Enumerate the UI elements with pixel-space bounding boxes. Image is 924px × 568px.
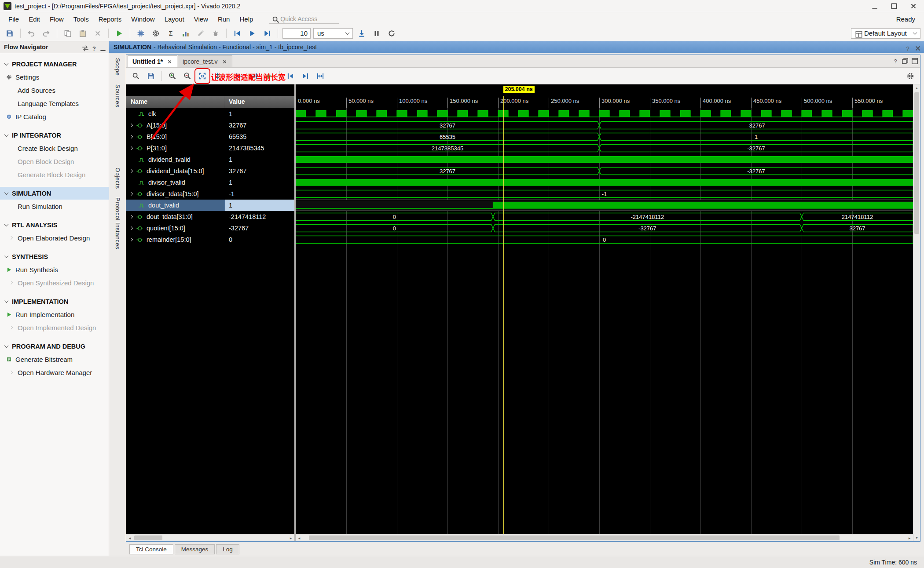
debug-button[interactable] xyxy=(209,27,222,40)
nav-item-open-implemented-design[interactable]: Open Implemented Design xyxy=(0,321,109,334)
scroll-right-button[interactable] xyxy=(906,535,913,542)
wave-vscrollbar[interactable] xyxy=(913,84,920,541)
wave-row-p-31-0[interactable]: 2147385345-32767 xyxy=(296,142,913,154)
zoom-in-button[interactable] xyxy=(166,70,179,82)
menu-view[interactable]: View xyxy=(189,14,213,25)
wave-settings-button[interactable] xyxy=(904,70,917,82)
scroll-up-button[interactable] xyxy=(913,84,920,91)
help-button[interactable]: ? xyxy=(90,44,96,50)
menu-layout[interactable]: Layout xyxy=(160,14,189,25)
nav-item-settings[interactable]: Settings xyxy=(0,70,109,84)
close-icon[interactable] xyxy=(222,59,227,65)
signal-name-cell[interactable]: dout_tvalid xyxy=(126,200,225,211)
run-green-button[interactable] xyxy=(113,27,125,40)
nav-item-open-elaborated-design[interactable]: Open Elaborated Design xyxy=(0,231,109,244)
nav-item-run-implementation[interactable]: Run Implementation xyxy=(0,308,109,321)
signal-row-divisor-tvalid[interactable]: divisor_tvalid1 xyxy=(126,177,294,188)
zoom-fit-button[interactable] xyxy=(196,70,209,82)
nav-section-header-implementation[interactable]: IMPLEMENTATION xyxy=(0,295,109,308)
nav-item-add-sources[interactable]: Add Sources xyxy=(0,84,109,97)
signal-row-dout-tvalid[interactable]: dout_tvalid1 xyxy=(126,200,294,211)
signal-name-cell[interactable]: divisor_tdata[15:0] xyxy=(126,188,225,200)
restart-button[interactable] xyxy=(231,27,243,40)
signal-row-quotient-15-0[interactable]: quotient[15:0]-32767 xyxy=(126,222,294,234)
scroll-left-button[interactable] xyxy=(126,535,133,542)
quick-access-input[interactable]: Quick Access xyxy=(269,15,339,24)
signal-row-b-15-0[interactable]: B[15:0]65535 xyxy=(126,131,294,142)
wave-row-clk[interactable] xyxy=(296,108,913,120)
redo-button[interactable] xyxy=(40,27,52,40)
tab-tcl-console[interactable]: Tcl Console xyxy=(129,544,173,554)
swap-button[interactable] xyxy=(81,44,87,50)
minimize-button[interactable] xyxy=(99,44,105,50)
time-unit-select[interactable]: us xyxy=(313,28,353,39)
signal-name-cell[interactable]: P[31:0] xyxy=(126,142,225,154)
close-button[interactable] xyxy=(904,0,923,12)
wave-row-dividend-tvalid[interactable] xyxy=(296,154,913,165)
wave-row-dout-tdata-31-0[interactable]: 0-21474181122147418112 xyxy=(296,211,913,222)
cursor-line[interactable] xyxy=(503,96,504,534)
nav-section-header-project-manager[interactable]: PROJECT MANAGER xyxy=(0,58,109,70)
paste-button[interactable] xyxy=(77,27,89,40)
menu-edit[interactable]: Edit xyxy=(24,14,45,25)
signal-row-dout-tdata-31-0[interactable]: dout_tdata[31:0]-2147418112 xyxy=(126,211,294,222)
edit-button[interactable] xyxy=(194,27,207,40)
undo-button[interactable] xyxy=(25,27,37,40)
cursor-label[interactable]: 205.004 ns xyxy=(503,86,535,93)
nav-item-run-synthesis[interactable]: Run Synthesis xyxy=(0,263,109,276)
names-hscrollbar[interactable] xyxy=(126,534,294,541)
wave-row-remainder-15-0[interactable]: 0 xyxy=(296,234,913,245)
relaunch-button[interactable] xyxy=(385,27,398,40)
side-tab-protocol-instances[interactable]: Protocol Instances xyxy=(114,197,121,249)
signal-row-a-15-0[interactable]: A[15:0]32767 xyxy=(126,120,294,131)
signal-name-cell[interactable]: remainder[15:0] xyxy=(126,234,225,245)
maximize-button[interactable] xyxy=(884,0,904,12)
menu-run[interactable]: Run xyxy=(213,14,235,25)
goto-end-button[interactable] xyxy=(299,70,312,82)
wave-row-divisor-tvalid[interactable] xyxy=(296,177,913,188)
settings-button[interactable] xyxy=(150,27,162,40)
nav-section-header-ip-integrator[interactable]: IP INTEGRATOR xyxy=(0,129,109,142)
signal-row-p-31-0[interactable]: P[31:0]2147385345 xyxy=(126,142,294,154)
chip-button[interactable] xyxy=(135,27,147,40)
wave-hscrollbar[interactable] xyxy=(296,534,913,541)
signal-name-cell[interactable]: dout_tdata[31:0] xyxy=(126,211,225,222)
menu-file[interactable]: File xyxy=(4,14,24,25)
scroll-left-button[interactable] xyxy=(296,535,303,542)
search-button[interactable] xyxy=(130,70,142,82)
close-icon[interactable] xyxy=(167,59,172,65)
step-button[interactable] xyxy=(261,27,273,40)
nav-item-generate-bitstream[interactable]: Generate Bitstream xyxy=(0,353,109,366)
hscroll-thumb[interactable] xyxy=(134,535,162,540)
wave-row-dividend-tdata-15-0[interactable]: 32767-32767 xyxy=(296,165,913,177)
save-button[interactable] xyxy=(4,27,16,40)
fit-span-button[interactable] xyxy=(314,70,326,82)
sim-time-input[interactable] xyxy=(282,28,311,39)
goto-start-button[interactable] xyxy=(284,70,297,82)
scroll-down-button[interactable] xyxy=(913,534,920,541)
minimize-button[interactable] xyxy=(865,0,884,12)
save-button[interactable] xyxy=(145,70,157,82)
close-button[interactable] xyxy=(914,44,920,50)
signal-row-divisor-tdata-15-0[interactable]: divisor_tdata[15:0]-1 xyxy=(126,188,294,200)
scroll-right-button[interactable] xyxy=(287,535,294,542)
nav-item-create-block-design[interactable]: Create Block Design xyxy=(0,142,109,155)
signal-name-cell[interactable]: clk xyxy=(126,108,225,120)
signal-row-remainder-15-0[interactable]: remainder[15:0]0 xyxy=(126,234,294,245)
nav-item-ip-catalog[interactable]: IPIP Catalog xyxy=(0,110,109,123)
nav-item-open-hardware-manager[interactable]: Open Hardware Manager xyxy=(0,366,109,379)
signal-row-dividend-tdata-15-0[interactable]: dividend_tdata[15:0]32767 xyxy=(126,165,294,177)
nav-item-generate-block-design[interactable]: Generate Block Design xyxy=(0,168,109,181)
nav-section-header-simulation[interactable]: SIMULATION xyxy=(0,187,109,200)
delete-button[interactable] xyxy=(92,27,104,40)
help-button[interactable]: ? xyxy=(891,57,897,63)
menu-help[interactable]: Help xyxy=(235,14,258,25)
menu-window[interactable]: Window xyxy=(126,14,159,25)
wave-row-a-15-0[interactable]: 32767-32767 xyxy=(296,120,913,131)
layout-select[interactable]: Default Layout xyxy=(851,28,920,39)
hscroll-thumb[interactable] xyxy=(309,535,840,540)
wave-row-dout-tvalid[interactable] xyxy=(296,200,913,211)
zoom-out-button[interactable] xyxy=(181,70,194,82)
wave-row-quotient-15-0[interactable]: 0-3276732767 xyxy=(296,222,913,234)
nav-section-header-rtl-analysis[interactable]: RTL ANALYSIS xyxy=(0,218,109,231)
